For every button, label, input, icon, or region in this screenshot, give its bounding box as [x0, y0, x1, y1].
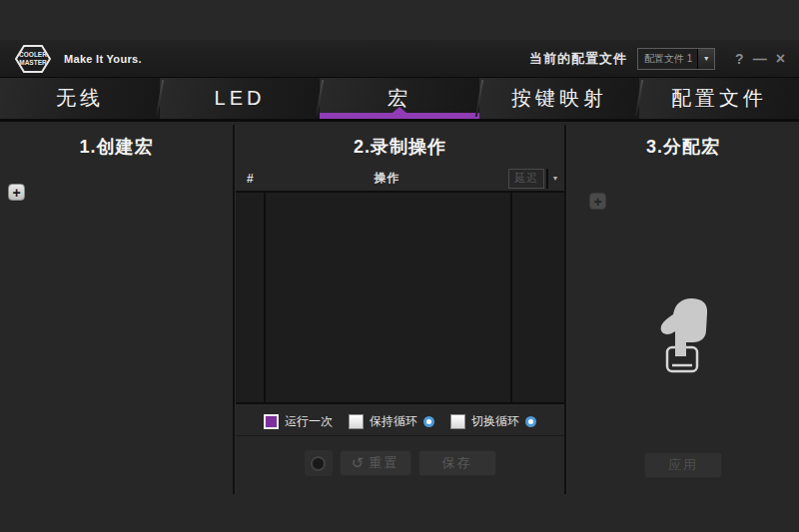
- checkbox-run-once[interactable]: [264, 414, 279, 429]
- column-header-delay: 延迟: [508, 169, 544, 189]
- option-toggle-loop[interactable]: 切换循环: [450, 413, 536, 430]
- app-header: COOLER MASTER Make It Yours. 当前的配置文件 配置文…: [0, 40, 799, 78]
- option-run-once[interactable]: 运行一次: [264, 413, 333, 430]
- assign-macro-heading: 3.分配宏: [567, 135, 799, 159]
- tab-led[interactable]: LED: [160, 78, 320, 119]
- profile-dropdown[interactable]: 配置文件 1 ▼: [637, 48, 715, 70]
- delay-column: [512, 193, 564, 402]
- record-button[interactable]: [305, 450, 333, 476]
- actions-table[interactable]: [236, 191, 564, 404]
- record-actions-panel: 2.录制操作 # 操作 延迟 ▼ 运行一次 保持循环 切换循环: [236, 125, 564, 494]
- record-actions-heading: 2.录制操作: [236, 135, 564, 159]
- reset-button[interactable]: ↺ 重置: [340, 450, 411, 476]
- actions-table-header: # 操作 延迟 ▼: [236, 166, 564, 191]
- brand: COOLER MASTER Make It Yours.: [14, 45, 142, 73]
- checkbox-toggle-loop[interactable]: [450, 414, 465, 429]
- dropdown-arrow-icon[interactable]: ▼: [697, 49, 714, 69]
- save-button[interactable]: 保存: [418, 450, 496, 476]
- cooler-master-logo: COOLER MASTER: [14, 45, 52, 73]
- brand-tagline: Make It Yours.: [64, 53, 142, 65]
- apply-button[interactable]: 应用: [644, 452, 722, 478]
- add-assignment-button[interactable]: +: [589, 193, 606, 210]
- minimize-button[interactable]: —: [753, 52, 767, 66]
- window-titlebar: [0, 0, 799, 40]
- close-button[interactable]: ×: [776, 51, 785, 67]
- record-controls: ↺ 重置 保存: [236, 448, 564, 478]
- create-macro-panel: 1.创建宏 +: [0, 125, 233, 494]
- info-icon[interactable]: [525, 416, 536, 427]
- svg-text:COOLER: COOLER: [19, 51, 47, 58]
- help-button[interactable]: ?: [735, 52, 744, 66]
- finger-press-key-icon: [653, 290, 713, 374]
- tab-wireless[interactable]: 无线: [0, 78, 160, 119]
- profile-dropdown-value: 配置文件 1: [638, 49, 697, 69]
- svg-text:MASTER: MASTER: [19, 59, 47, 66]
- column-header-action: 操作: [266, 170, 508, 187]
- checkbox-hold-loop[interactable]: [349, 414, 364, 429]
- current-profile-label: 当前的配置文件: [529, 50, 627, 68]
- tab-macro[interactable]: 宏: [320, 78, 479, 119]
- info-icon[interactable]: [423, 416, 434, 427]
- index-column: [236, 193, 266, 402]
- assign-macro-panel: 3.分配宏 + 应用: [567, 125, 799, 494]
- main-tabs: 无线 LED 宏 按键映射 配置文件: [0, 78, 799, 122]
- record-icon: [311, 456, 326, 471]
- tab-profiles[interactable]: 配置文件: [639, 78, 799, 119]
- tab-key-mapping[interactable]: 按键映射: [479, 78, 639, 119]
- add-macro-button[interactable]: +: [8, 184, 25, 201]
- action-column: [266, 193, 512, 402]
- option-hold-loop[interactable]: 保持循环: [349, 413, 434, 430]
- playback-options: 运行一次 保持循环 切换循环: [236, 408, 564, 436]
- macro-page: 1.创建宏 + 2.录制操作 # 操作 延迟 ▼ 运行一次 保持循环: [0, 125, 799, 532]
- active-tab-indicator: [393, 107, 406, 113]
- create-macro-heading: 1.创建宏: [0, 135, 233, 159]
- reset-icon: ↺: [352, 454, 365, 472]
- column-header-index: #: [236, 172, 266, 186]
- delay-sort-dropdown[interactable]: ▼: [546, 169, 562, 189]
